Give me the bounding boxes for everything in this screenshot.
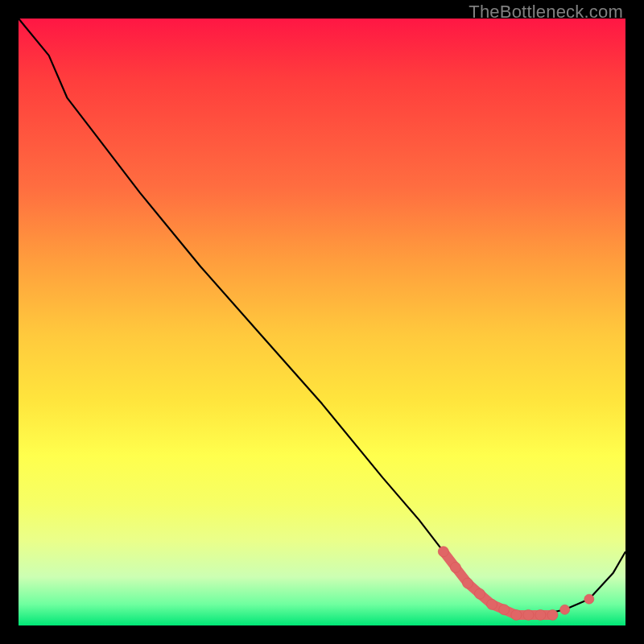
marker-dot (499, 605, 510, 615)
marker-dot (584, 594, 594, 604)
bottleneck-line (19, 19, 625, 615)
highlight-run (444, 551, 553, 615)
marker-dot (511, 609, 522, 620)
marker-dot (535, 609, 546, 620)
highlight-markers (438, 547, 594, 621)
marker-dot (547, 609, 558, 620)
plot-area (19, 19, 625, 625)
curve-svg (19, 19, 625, 625)
marker-dot (438, 547, 448, 557)
marker-dot (523, 609, 534, 620)
marker-dot (560, 605, 570, 614)
chart-frame: TheBottleneck.com (0, 0, 644, 644)
marker-dot (487, 599, 497, 609)
marker-dot (450, 562, 460, 572)
watermark-label: TheBottleneck.com (469, 2, 623, 23)
marker-dot (463, 578, 473, 588)
marker-dot (475, 588, 485, 599)
